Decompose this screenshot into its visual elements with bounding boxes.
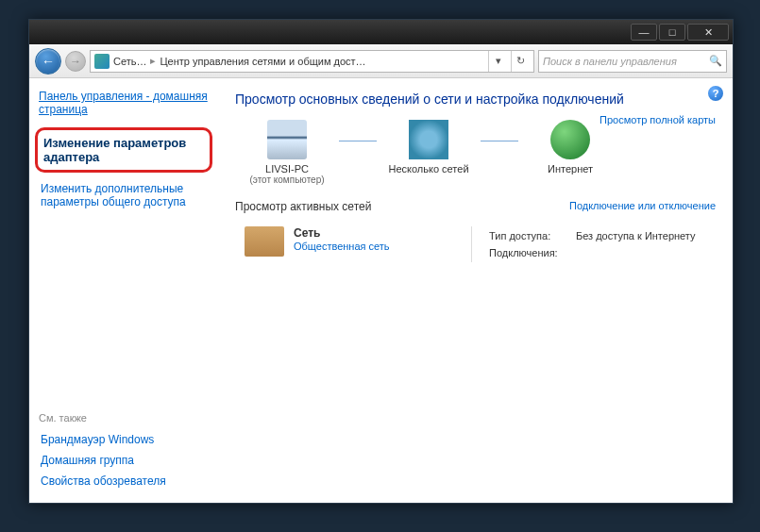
computer-icon: [267, 120, 307, 159]
active-networks-heading: Просмотр активных сетей: [235, 200, 371, 213]
breadcrumb-separator-icon: ▸: [150, 55, 156, 67]
refresh-icon[interactable]: ↻: [511, 51, 530, 72]
map-this-pc[interactable]: LIVSI-PC (этот компьютер): [235, 120, 339, 185]
map-multi-label: Несколько сетей: [377, 163, 481, 175]
active-networks-header: Просмотр активных сетей Подключение или …: [235, 194, 716, 213]
search-icon[interactable]: 🔍: [709, 55, 722, 67]
network-map: LIVSI-PC (этот компьютер) Несколько сете…: [235, 120, 716, 185]
search-placeholder: Поиск в панели управления: [543, 56, 677, 67]
view-full-map-link[interactable]: Просмотр полной карты: [600, 114, 716, 125]
control-panel-home-link[interactable]: Панель управления - домашняя страница: [39, 90, 209, 116]
sidebar-link-internet-options[interactable]: Свойства обозревателя: [39, 471, 209, 491]
back-button[interactable]: ←: [35, 48, 61, 75]
close-button[interactable]: ✕: [687, 24, 729, 41]
access-type-label: Тип доступа:: [489, 228, 574, 243]
page-title: Просмотр основных сведений о сети и наст…: [235, 91, 716, 107]
content-pane: ? Просмотр основных сведений о сети и на…: [218, 78, 733, 503]
network-identity[interactable]: Сеть Общественная сеть: [245, 226, 452, 262]
map-connector-icon: [339, 141, 377, 141]
address-dropdown-icon[interactable]: ▾: [488, 51, 507, 72]
connections-label: Подключения:: [489, 245, 574, 260]
connect-disconnect-link[interactable]: Подключение или отключение: [569, 200, 716, 213]
access-type-value: Без доступа к Интернету: [576, 228, 705, 243]
breadcrumb-title[interactable]: Центр управления сетями и общим дост…: [160, 56, 365, 67]
active-network-row: Сеть Общественная сеть Тип доступа: Без …: [235, 221, 716, 268]
help-icon[interactable]: ?: [708, 86, 723, 101]
connections-value: [576, 245, 705, 260]
network-center-window: — □ ✕ ← → Сеть… ▸ Центр управления сетям…: [28, 19, 734, 504]
control-panel-icon: [94, 54, 110, 69]
map-internet-label: Интернет: [518, 163, 622, 175]
sidebar-task-adapter-settings[interactable]: Изменение параметров адаптера: [35, 127, 212, 173]
body: Панель управления - домашняя страница Из…: [29, 78, 733, 503]
map-multiple-networks[interactable]: Несколько сетей: [377, 120, 481, 175]
networks-icon: [409, 120, 448, 159]
network-type-link[interactable]: Общественная сеть: [294, 241, 390, 252]
see-also-heading: См. также: [39, 412, 209, 424]
sidebar-task-sharing-settings[interactable]: Изменить дополнительные параметры общего…: [39, 178, 209, 212]
sidebar: Панель управления - домашняя страница Из…: [29, 78, 218, 503]
sidebar-link-homegroup[interactable]: Домашняя группа: [39, 450, 209, 471]
network-details: Тип доступа: Без доступа к Интернету Под…: [471, 226, 716, 262]
map-internet[interactable]: Интернет: [518, 120, 622, 175]
address-bar[interactable]: Сеть… ▸ Центр управления сетями и общим …: [90, 50, 534, 73]
network-name: Сеть: [294, 226, 390, 240]
map-pc-name: LIVSI-PC: [235, 163, 339, 175]
bench-icon: [245, 226, 284, 257]
search-input[interactable]: Поиск в панели управления 🔍: [538, 50, 727, 73]
map-connector-icon: [481, 141, 518, 141]
minimize-button[interactable]: —: [631, 24, 657, 41]
sidebar-link-firewall[interactable]: Брандмауэр Windows: [39, 429, 209, 450]
navbar: ← → Сеть… ▸ Центр управления сетями и об…: [29, 44, 733, 78]
globe-icon: [550, 120, 590, 159]
map-pc-sub: (этот компьютер): [235, 175, 339, 185]
breadcrumb-network[interactable]: Сеть…: [113, 56, 146, 67]
maximize-button[interactable]: □: [659, 24, 685, 41]
titlebar: — □ ✕: [29, 20, 733, 44]
forward-button[interactable]: →: [65, 51, 86, 72]
